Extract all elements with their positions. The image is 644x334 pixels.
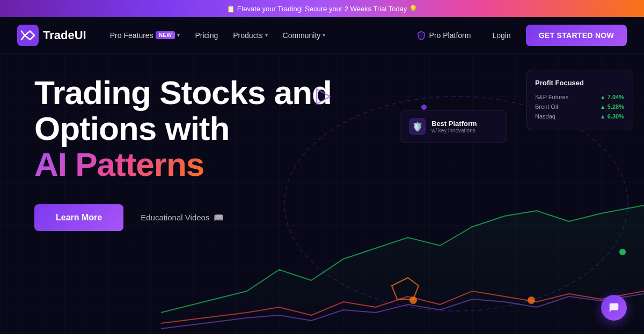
learn-more-label: Learn More [56, 213, 102, 222]
card-best-platform: 🛡️ Best Platform w/ key innovations [400, 110, 507, 143]
nav-pro-platform[interactable]: Pro Platform [410, 26, 478, 44]
profit-row-3: Nasdaq 6.30% [535, 112, 624, 121]
profit-value-1: 7.04% [600, 94, 624, 100]
navbar: TradeUI Pro Features NEW ▾ Pricing Produ… [0, 17, 644, 54]
nav-pricing[interactable]: Pricing [188, 27, 224, 44]
logo-text: TradeUI [43, 28, 86, 42]
nav-right: Pro Platform Login GET STARTED NOW [410, 25, 627, 46]
svg-point-7 [421, 105, 427, 110]
hero-title-line1: Trading Stocks and [34, 74, 332, 111]
logo-icon [17, 25, 39, 46]
get-started-button[interactable]: GET STARTED NOW [526, 25, 627, 46]
pro-features-chevron: ▾ [177, 32, 180, 38]
announcement-bar: 📋 Elevate your Trading! Secure your 2 We… [0, 0, 644, 17]
pro-platform-label: Pro Platform [429, 31, 471, 40]
announcement-icon: 📋 [226, 5, 235, 13]
login-label: Login [492, 31, 510, 40]
play-button[interactable] [311, 86, 333, 107]
nav-community[interactable]: Community ▾ [276, 27, 332, 44]
hero-content: Trading Stocks and Options with AI Patte… [34, 75, 332, 231]
announcement-icon2: 💡 [409, 5, 418, 13]
profit-label-2: Brent Oil [535, 103, 558, 110]
chat-bubble[interactable] [601, 295, 627, 321]
login-button[interactable]: Login [486, 27, 517, 44]
edu-videos-label: Educational Videos [141, 213, 209, 222]
card-profit: Profit Focused S&P Futures 7.04% Brent O… [526, 70, 633, 130]
profit-label-1: S&P Futures [535, 94, 568, 100]
hero-title: Trading Stocks and Options with AI Patte… [34, 75, 332, 183]
community-chevron: ▾ [323, 32, 325, 38]
edu-videos-icon: 📖 [214, 213, 224, 222]
shield-icon [416, 31, 426, 40]
best-platform-sub: w/ key innovations [431, 128, 477, 133]
profit-value-2: 5.28% [600, 103, 624, 110]
community-label: Community [283, 31, 321, 40]
chat-icon [608, 302, 620, 314]
profit-card-title: Profit Focused [535, 79, 624, 87]
best-platform-icon: 🛡️ [409, 118, 426, 135]
profit-label-3: Nasdaq [535, 113, 555, 120]
products-chevron: ▾ [265, 32, 268, 38]
get-started-label: GET STARTED NOW [539, 31, 614, 40]
logo[interactable]: TradeUI [17, 25, 86, 46]
nav-pro-features[interactable]: Pro Features NEW ▾ [104, 27, 187, 44]
nav-links: Pro Features NEW ▾ Pricing Products ▾ Co… [104, 27, 406, 44]
hero-buttons: Learn More Educational Videos 📖 [34, 204, 332, 231]
announcement-text: Elevate your Trading! Secure your 2 Week… [237, 5, 407, 13]
edu-videos-link[interactable]: Educational Videos 📖 [141, 213, 224, 222]
profit-row-2: Brent Oil 5.28% [535, 102, 624, 112]
new-badge: NEW [156, 31, 175, 39]
hero-title-line2: Options with [34, 110, 229, 147]
products-label: Products [233, 31, 262, 40]
profit-value-3: 6.30% [600, 113, 624, 120]
learn-more-button[interactable]: Learn More [34, 204, 123, 231]
pro-features-label: Pro Features [110, 31, 153, 40]
hero-title-gradient: AI Patterns [34, 146, 204, 183]
best-platform-text: Best Platform w/ key innovations [431, 120, 477, 133]
svg-marker-11 [317, 89, 330, 104]
best-platform-title: Best Platform [431, 120, 477, 128]
pricing-label: Pricing [195, 31, 218, 40]
nav-products[interactable]: Products ▾ [226, 27, 274, 44]
profit-row-1: S&P Futures 7.04% [535, 92, 624, 102]
svg-rect-0 [17, 25, 39, 46]
hero-section: Trading Stocks and Options with AI Patte… [0, 54, 644, 334]
